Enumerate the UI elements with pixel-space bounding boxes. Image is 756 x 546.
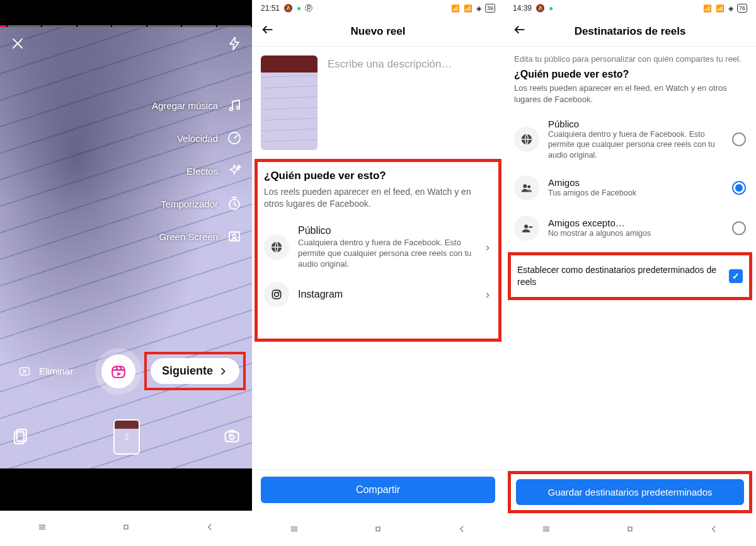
tool-green-screen[interactable]: Green Screen	[159, 228, 243, 245]
svg-point-24	[275, 293, 279, 297]
nav-recent-icon[interactable]	[37, 521, 48, 535]
save-button[interactable]: Guardar destinatarios predeterminados	[516, 479, 744, 505]
description-input[interactable]: Escribe una descripción…	[328, 55, 452, 150]
next-button[interactable]: Siguiente	[151, 358, 239, 384]
battery-indicator: 39	[485, 4, 495, 13]
android-nav-bar	[504, 514, 756, 546]
radio-public[interactable]	[732, 132, 746, 146]
back-button[interactable]	[261, 23, 273, 40]
signal-icon: 📶	[716, 4, 724, 13]
status-time: 14:39	[513, 4, 532, 13]
svg-rect-12	[112, 366, 125, 377]
instagram-icon	[264, 282, 289, 307]
option-desc: Tus amigos de Facebook	[548, 188, 723, 198]
nav-home-icon[interactable]	[120, 521, 132, 535]
tool-label: Green Screen	[159, 231, 218, 242]
wifi-icon: ◈	[476, 4, 481, 13]
tool-label: Temporizador	[161, 199, 218, 209]
nav-recent-icon[interactable]	[541, 523, 552, 537]
pinterest-icon: ⓟ	[305, 3, 312, 14]
delete-clip-button[interactable]: Eliminar	[16, 365, 73, 378]
signal-icon: 📶	[451, 4, 460, 13]
svg-marker-2	[230, 37, 239, 50]
status-bar: 21:51 🔕 ● ⓟ 📶 📶 ◈ 39	[252, 0, 504, 16]
wifi-icon: ◈	[728, 4, 733, 13]
reel-preview-thumbnail[interactable]	[261, 55, 318, 150]
camera-viewport[interactable]: Agregar música Velocidad Efectos Tempori…	[0, 27, 252, 468]
close-icon[interactable]	[10, 36, 25, 54]
svg-rect-39	[628, 527, 632, 531]
status-bar: 14:39 🔕 ● 📶 📶 ◈ 76	[504, 0, 756, 16]
friends-icon	[514, 175, 539, 200]
globe-icon	[514, 127, 539, 152]
flip-camera-icon[interactable]	[223, 427, 241, 447]
share-button[interactable]: Compartir	[261, 477, 495, 503]
svg-rect-29	[376, 527, 380, 531]
header: Nuevo reel	[252, 16, 504, 47]
visibility-subtext: Los reels pueden aparecer en el feed, en…	[504, 80, 756, 111]
page-title: Nuevo reel	[273, 25, 483, 38]
audience-option-friends[interactable]: Amigos Tus amigos de Facebook	[504, 168, 756, 208]
sparkle-icon	[226, 162, 243, 180]
option-title: Amigos excepto…	[548, 218, 723, 228]
option-title: Instagram	[298, 289, 474, 300]
green-screen-icon	[226, 228, 243, 245]
tool-speed[interactable]: Velocidad	[177, 129, 243, 147]
nav-back-icon[interactable]	[456, 523, 467, 537]
svg-line-11	[23, 369, 26, 373]
audience-option-friends-except[interactable]: Amigos excepto… No mostrar a algunos ami…	[504, 208, 756, 248]
highlight-default-checkbox: Establecer como destinatarios predetermi…	[508, 252, 752, 300]
svg-point-8	[233, 235, 236, 238]
tool-timer[interactable]: Temporizador	[161, 195, 243, 212]
timer-icon	[226, 195, 243, 212]
tool-label: Efectos	[186, 166, 218, 177]
svg-point-4	[237, 107, 239, 109]
radio-friends-except[interactable]	[732, 221, 746, 235]
nav-recent-icon[interactable]	[289, 523, 300, 537]
reel-badge-icon[interactable]	[101, 354, 135, 388]
android-nav-bar	[252, 514, 504, 546]
visibility-option-instagram[interactable]: Instagram ›	[264, 276, 492, 313]
option-title: Amigos	[548, 177, 723, 188]
visibility-option-public[interactable]: Público Cualquiera dentro y fuera de Fac…	[264, 219, 492, 276]
radio-friends[interactable]	[732, 181, 746, 195]
battery-indicator: 76	[737, 4, 747, 13]
tool-effects[interactable]: Efectos	[186, 162, 243, 180]
clip-thumbnail[interactable]: 2	[113, 419, 140, 455]
svg-point-5	[229, 132, 240, 144]
tool-label: Agregar música	[152, 100, 218, 111]
nav-home-icon[interactable]	[372, 523, 384, 537]
svg-point-32	[523, 184, 527, 188]
flash-icon[interactable]	[227, 36, 242, 54]
header: Destinatarios de reels	[504, 16, 756, 47]
back-button[interactable]	[513, 23, 525, 40]
signal-icon: 📶	[464, 4, 472, 13]
default-checkbox-label: Establecer como destinatarios predetermi…	[517, 264, 723, 288]
option-desc: No mostrar a algunos amigos	[548, 228, 723, 238]
dnd-icon: 🔕	[284, 4, 293, 13]
svg-rect-9	[20, 368, 30, 375]
svg-point-6	[229, 199, 239, 209]
status-bar-blank	[0, 0, 252, 25]
nav-home-icon[interactable]	[624, 523, 636, 537]
svg-rect-16	[226, 432, 239, 441]
nav-back-icon[interactable]	[204, 521, 215, 535]
svg-marker-13	[117, 372, 121, 376]
tool-label: Velocidad	[177, 133, 218, 144]
compose-row: Escribe una descripción…	[252, 47, 504, 159]
nav-back-icon[interactable]	[708, 523, 719, 537]
visibility-question: ¿Quién puede ver esto?	[504, 69, 756, 80]
svg-rect-20	[124, 525, 128, 529]
default-checkbox[interactable]: ✓	[729, 269, 743, 283]
thumb-count: 2	[125, 433, 129, 441]
tool-add-music[interactable]: Agregar música	[152, 96, 243, 114]
highlight-save-button: Guardar destinatarios predeterminados	[508, 471, 752, 513]
option-desc: Cualquiera dentro y fuera de Facebook. E…	[298, 238, 474, 270]
audience-option-public[interactable]: Público Cualquiera dentro y fuera de Fac…	[504, 111, 756, 168]
camera-tools: Agregar música Velocidad Efectos Tempori…	[152, 96, 243, 245]
visibility-subtext: Los reels pueden aparecer en el feed, en…	[264, 186, 492, 210]
gallery-stack-icon[interactable]	[11, 426, 30, 448]
svg-rect-7	[229, 232, 239, 241]
chevron-right-icon: ›	[483, 241, 492, 254]
bottom-action-bar: Compartir	[252, 470, 504, 508]
